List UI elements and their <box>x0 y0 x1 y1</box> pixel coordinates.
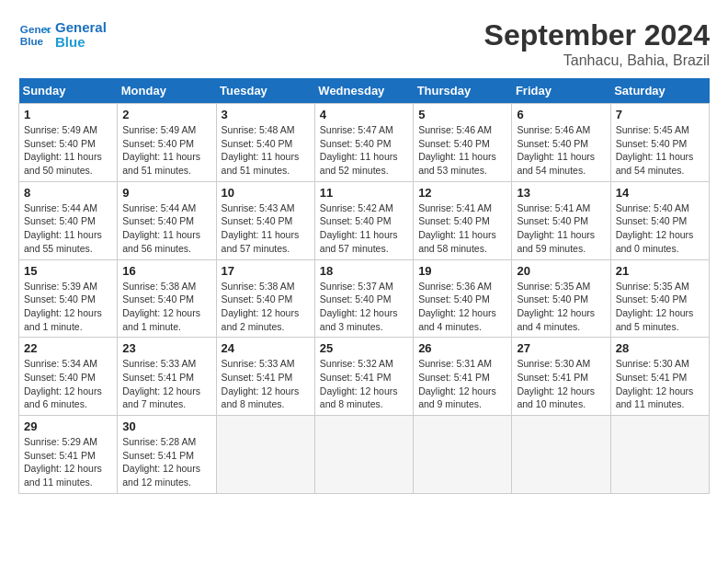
day-number: 28 <box>616 341 704 355</box>
weekday-saturday: Saturday <box>610 78 709 104</box>
day-number: 29 <box>24 419 112 433</box>
weekday-wednesday: Wednesday <box>314 78 413 104</box>
weekday-sunday: Sunday <box>19 78 118 104</box>
day-number: 17 <box>222 264 310 278</box>
day-cell: 1Sunrise: 5:49 AM Sunset: 5:40 PM Daylig… <box>19 104 118 182</box>
day-info: Sunrise: 5:35 AM Sunset: 5:40 PM Dayligh… <box>517 280 605 334</box>
day-info: Sunrise: 5:49 AM Sunset: 5:40 PM Dayligh… <box>24 123 112 178</box>
day-cell: 24Sunrise: 5:33 AM Sunset: 5:41 PM Dayli… <box>216 338 314 416</box>
week-row-1: 1Sunrise: 5:49 AM Sunset: 5:40 PM Daylig… <box>19 104 710 182</box>
day-info: Sunrise: 5:44 AM Sunset: 5:40 PM Dayligh… <box>24 201 112 256</box>
title-block: September 2024 Tanhacu, Bahia, Brazil <box>484 18 710 69</box>
day-number: 2 <box>122 108 210 121</box>
day-number: 23 <box>122 341 210 355</box>
week-row-4: 22Sunrise: 5:34 AM Sunset: 5:40 PM Dayli… <box>19 338 710 416</box>
weekday-thursday: Thursday <box>414 78 512 104</box>
day-info: Sunrise: 5:31 AM Sunset: 5:41 PM Dayligh… <box>418 357 506 411</box>
day-info: Sunrise: 5:48 AM Sunset: 5:40 PM Dayligh… <box>222 123 310 178</box>
day-cell: 2Sunrise: 5:49 AM Sunset: 5:40 PM Daylig… <box>118 104 216 182</box>
day-info: Sunrise: 5:32 AM Sunset: 5:41 PM Dayligh… <box>320 357 408 411</box>
day-cell <box>512 416 610 494</box>
day-cell: 12Sunrise: 5:41 AM Sunset: 5:40 PM Dayli… <box>414 181 512 259</box>
day-number: 5 <box>418 108 506 121</box>
day-cell: 3Sunrise: 5:48 AM Sunset: 5:40 PM Daylig… <box>216 104 314 182</box>
day-cell: 11Sunrise: 5:42 AM Sunset: 5:40 PM Dayli… <box>314 181 413 259</box>
day-info: Sunrise: 5:33 AM Sunset: 5:41 PM Dayligh… <box>122 357 210 411</box>
week-row-2: 8Sunrise: 5:44 AM Sunset: 5:40 PM Daylig… <box>19 181 710 259</box>
week-row-5: 29Sunrise: 5:29 AM Sunset: 5:41 PM Dayli… <box>19 416 710 494</box>
day-cell <box>414 416 512 494</box>
day-number: 1 <box>24 108 112 121</box>
day-cell: 18Sunrise: 5:37 AM Sunset: 5:40 PM Dayli… <box>314 259 413 338</box>
day-number: 18 <box>320 264 408 278</box>
day-number: 4 <box>320 108 408 121</box>
day-cell: 30Sunrise: 5:28 AM Sunset: 5:41 PM Dayli… <box>118 416 216 494</box>
day-info: Sunrise: 5:39 AM Sunset: 5:40 PM Dayligh… <box>24 280 112 334</box>
day-info: Sunrise: 5:37 AM Sunset: 5:40 PM Dayligh… <box>320 280 408 334</box>
day-number: 25 <box>320 341 408 355</box>
day-info: Sunrise: 5:38 AM Sunset: 5:40 PM Dayligh… <box>122 280 210 334</box>
day-number: 19 <box>418 264 506 278</box>
day-number: 10 <box>222 186 310 200</box>
weekday-friday: Friday <box>512 78 610 104</box>
day-info: Sunrise: 5:43 AM Sunset: 5:40 PM Dayligh… <box>222 201 310 256</box>
day-number: 6 <box>517 108 605 121</box>
day-cell <box>216 416 314 494</box>
day-cell <box>314 416 413 494</box>
day-cell: 10Sunrise: 5:43 AM Sunset: 5:40 PM Dayli… <box>216 181 314 259</box>
week-row-3: 15Sunrise: 5:39 AM Sunset: 5:40 PM Dayli… <box>19 259 710 338</box>
day-cell <box>610 416 709 494</box>
day-info: Sunrise: 5:47 AM Sunset: 5:40 PM Dayligh… <box>320 123 408 178</box>
day-cell: 19Sunrise: 5:36 AM Sunset: 5:40 PM Dayli… <box>414 259 512 338</box>
day-info: Sunrise: 5:46 AM Sunset: 5:40 PM Dayligh… <box>418 123 506 178</box>
day-number: 7 <box>616 108 704 121</box>
day-number: 11 <box>320 186 408 200</box>
day-cell: 27Sunrise: 5:30 AM Sunset: 5:41 PM Dayli… <box>512 338 610 416</box>
weekday-header-row: SundayMondayTuesdayWednesdayThursdayFrid… <box>19 78 710 104</box>
day-cell: 8Sunrise: 5:44 AM Sunset: 5:40 PM Daylig… <box>19 181 118 259</box>
day-cell: 9Sunrise: 5:44 AM Sunset: 5:40 PM Daylig… <box>118 181 216 259</box>
day-number: 15 <box>24 264 112 278</box>
weekday-tuesday: Tuesday <box>216 78 314 104</box>
day-number: 8 <box>24 186 112 200</box>
day-cell: 4Sunrise: 5:47 AM Sunset: 5:40 PM Daylig… <box>314 104 413 182</box>
svg-text:Blue: Blue <box>20 35 44 47</box>
day-cell: 16Sunrise: 5:38 AM Sunset: 5:40 PM Dayli… <box>118 259 216 338</box>
day-number: 30 <box>122 419 210 433</box>
day-cell: 15Sunrise: 5:39 AM Sunset: 5:40 PM Dayli… <box>19 259 118 338</box>
day-info: Sunrise: 5:41 AM Sunset: 5:40 PM Dayligh… <box>418 201 506 256</box>
location-title: Tanhacu, Bahia, Brazil <box>484 52 710 69</box>
day-info: Sunrise: 5:30 AM Sunset: 5:41 PM Dayligh… <box>517 357 605 411</box>
day-cell: 28Sunrise: 5:30 AM Sunset: 5:41 PM Dayli… <box>610 338 709 416</box>
day-info: Sunrise: 5:38 AM Sunset: 5:40 PM Dayligh… <box>222 280 310 334</box>
day-info: Sunrise: 5:29 AM Sunset: 5:41 PM Dayligh… <box>24 435 112 489</box>
page-header: General Blue General Blue September 2024… <box>18 18 710 69</box>
day-info: Sunrise: 5:40 AM Sunset: 5:40 PM Dayligh… <box>616 201 704 256</box>
day-cell: 14Sunrise: 5:40 AM Sunset: 5:40 PM Dayli… <box>610 181 709 259</box>
day-number: 24 <box>222 341 310 355</box>
day-cell: 22Sunrise: 5:34 AM Sunset: 5:40 PM Dayli… <box>19 338 118 416</box>
day-cell: 23Sunrise: 5:33 AM Sunset: 5:41 PM Dayli… <box>118 338 216 416</box>
day-cell: 17Sunrise: 5:38 AM Sunset: 5:40 PM Dayli… <box>216 259 314 338</box>
day-cell: 29Sunrise: 5:29 AM Sunset: 5:41 PM Dayli… <box>19 416 118 494</box>
day-info: Sunrise: 5:36 AM Sunset: 5:40 PM Dayligh… <box>418 280 506 334</box>
day-info: Sunrise: 5:49 AM Sunset: 5:40 PM Dayligh… <box>122 123 210 178</box>
day-info: Sunrise: 5:35 AM Sunset: 5:40 PM Dayligh… <box>616 280 704 334</box>
logo-line2: Blue <box>55 35 107 51</box>
day-info: Sunrise: 5:30 AM Sunset: 5:41 PM Dayligh… <box>616 357 704 411</box>
month-title: September 2024 <box>484 18 710 52</box>
day-number: 16 <box>122 264 210 278</box>
logo: General Blue General Blue <box>18 18 107 52</box>
day-cell: 13Sunrise: 5:41 AM Sunset: 5:40 PM Dayli… <box>512 181 610 259</box>
day-number: 3 <box>222 108 310 121</box>
day-info: Sunrise: 5:44 AM Sunset: 5:40 PM Dayligh… <box>122 201 210 256</box>
day-number: 13 <box>517 186 605 200</box>
day-number: 21 <box>616 264 704 278</box>
day-info: Sunrise: 5:41 AM Sunset: 5:40 PM Dayligh… <box>517 201 605 256</box>
logo-line1: General <box>55 20 107 36</box>
day-cell: 6Sunrise: 5:46 AM Sunset: 5:40 PM Daylig… <box>512 104 610 182</box>
day-number: 14 <box>616 186 704 200</box>
day-number: 9 <box>122 186 210 200</box>
day-cell: 25Sunrise: 5:32 AM Sunset: 5:41 PM Dayli… <box>314 338 413 416</box>
day-info: Sunrise: 5:28 AM Sunset: 5:41 PM Dayligh… <box>122 435 210 489</box>
